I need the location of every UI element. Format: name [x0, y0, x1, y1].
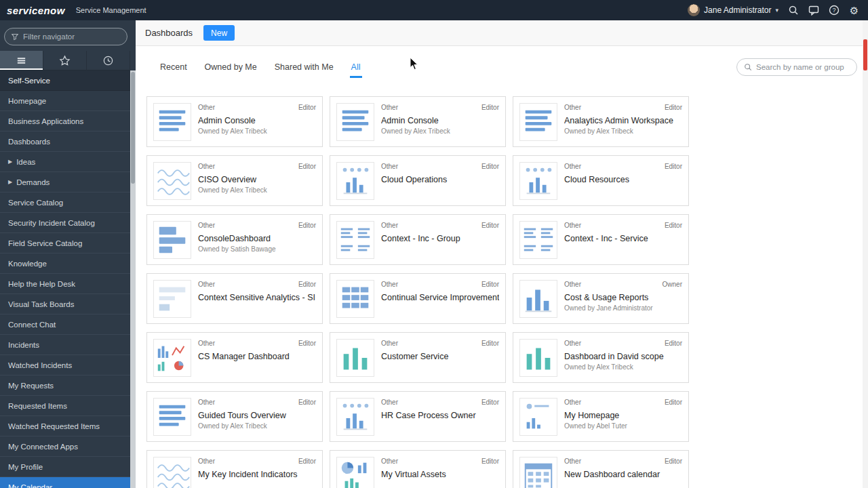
- sidebar-item-label: Homepage: [8, 97, 46, 105]
- sidebar-item-help-the-help-desk[interactable]: Help the Help Desk: [0, 274, 130, 294]
- sidebar-item-visual-task-boards[interactable]: Visual Task Boards: [0, 294, 130, 314]
- dashboard-search[interactable]: [736, 58, 857, 76]
- card-body: OtherEditorAnalaytics Admin WorkspaceOwn…: [564, 103, 682, 140]
- sidebar-item-label: Knowledge: [8, 260, 47, 268]
- tab-all[interactable]: All: [350, 56, 362, 78]
- card-title: Cost & Usage Reports: [564, 293, 682, 302]
- chat-icon[interactable]: [808, 5, 819, 16]
- dashboard-tabs: RecentOwned by MeShared with MeAll: [159, 56, 362, 78]
- dashboard-card-hr-case-process-owner[interactable]: OtherEditorHR Case Process Owner: [330, 391, 506, 442]
- dashboard-card-ciso-overview[interactable]: OtherEditorCISO OverviewOwned by Alex Tr…: [146, 155, 323, 206]
- dashboard-card-continual-service-improvement[interactable]: OtherEditorContinual Service Improvement: [330, 273, 506, 324]
- sidebar-item-ideas[interactable]: ▶Ideas: [0, 152, 130, 172]
- card-body: OtherEditorAdmin ConsoleOwned by Alex Tr…: [381, 103, 499, 140]
- sidebar-item-watched-incidents[interactable]: Watched Incidents: [0, 355, 130, 375]
- sidebar-menu: HomepageBusiness ApplicationsDashboards▶…: [0, 91, 130, 488]
- dashboard-card-context-sensitive-analytics-si[interactable]: OtherEditorContext Sensitive Analytics -…: [146, 273, 323, 324]
- dashboard-card-cs-manager-dashboard[interactable]: OtherEditorCS Manager Dashboard: [146, 332, 323, 383]
- gear-icon[interactable]: ⚙: [848, 5, 860, 16]
- stripes-thumbnail-icon: [153, 398, 191, 436]
- tab-recent[interactable]: Recent: [159, 56, 189, 78]
- main-scrollbar[interactable]: [863, 20, 868, 488]
- sidebar-item-label: Security Incident Catalog: [8, 219, 95, 227]
- card-body: OtherEditorCloud Resources: [564, 162, 682, 199]
- card-category: Other: [198, 281, 215, 288]
- sidebar-item-incidents[interactable]: Incidents: [0, 335, 130, 355]
- card-body: OtherEditorMy HomepageOwned by Abel Tute…: [564, 398, 682, 435]
- tab-favorites[interactable]: [43, 51, 87, 70]
- dashboard-card-admin-console[interactable]: OtherEditorAdmin ConsoleOwned by Alex Tr…: [146, 96, 323, 147]
- dashboard-card-context-inc-group[interactable]: OtherEditorContext - Inc - Group: [330, 214, 506, 265]
- sidebar-item-my-profile[interactable]: My Profile: [0, 457, 130, 477]
- card-category: Other: [564, 399, 581, 406]
- search-icon[interactable]: [787, 5, 799, 16]
- dashboard-card-context-inc-service[interactable]: OtherEditorContext - Inc - Service: [513, 214, 689, 265]
- main-content: Dashboards New RecentOwned by MeShared w…: [136, 20, 868, 488]
- sidebar-item-field-service-catalog[interactable]: Field Service Catalog: [0, 233, 130, 253]
- card-title: CISO Overview: [198, 175, 316, 184]
- card-body: OtherEditorCustomer Service: [381, 339, 499, 376]
- dashboard-card-consoledashboard[interactable]: OtherEditorConsoleDashboardOwned by Sati…: [146, 214, 323, 265]
- sidebar-item-connect-chat[interactable]: Connect Chat: [0, 314, 130, 335]
- card-body: OtherEditorDashboard in David scopeOwned…: [564, 339, 682, 376]
- sidebar-item-my-connected-apps[interactable]: My Connected Apps: [0, 436, 130, 457]
- bars-thumbnail-icon: [519, 280, 557, 318]
- screen: servicenow Service Management Jane Admin…: [0, 0, 868, 488]
- card-category: Other: [381, 340, 398, 347]
- card-body: OtherEditorNew Dashboard calendar: [564, 457, 682, 488]
- dashboard-card-cloud-resources[interactable]: OtherEditorCloud Resources: [513, 155, 689, 206]
- dashboard-card-new-dashboard-calendar[interactable]: OtherEditorNew Dashboard calendar: [513, 450, 689, 488]
- new-dashboard-button[interactable]: New: [203, 25, 235, 41]
- sidebar-item-watched-requested-items[interactable]: Watched Requested Items: [0, 416, 130, 436]
- help-icon[interactable]: ?: [828, 5, 840, 16]
- dashboard-card-my-homepage[interactable]: OtherEditorMy HomepageOwned by Abel Tute…: [513, 391, 689, 442]
- dashboard-card-my-key-incident-indicators[interactable]: OtherEditorMy Key Incident Indicators: [146, 450, 323, 488]
- sidebar-scrollbar-thumb[interactable]: [131, 72, 135, 184]
- servicenow-logo[interactable]: servicenow: [7, 5, 65, 16]
- dashboard-search-input[interactable]: [756, 63, 850, 71]
- tab-owned-by-me[interactable]: Owned by Me: [203, 56, 258, 78]
- card-role: Editor: [665, 222, 682, 229]
- main-scrollbar-thumb[interactable]: [863, 39, 867, 70]
- sidebar-item-my-calendar[interactable]: My Calendar: [0, 477, 130, 488]
- dashboard-card-admin-console[interactable]: OtherEditorAdmin ConsoleOwned by Alex Tr…: [330, 96, 506, 147]
- dashboard-card-customer-service[interactable]: OtherEditorCustomer Service: [330, 332, 506, 383]
- sidebar-item-label: My Requests: [8, 382, 54, 390]
- sidebar-item-business-applications[interactable]: Business Applications: [0, 111, 130, 131]
- card-meta: OtherEditor: [381, 163, 499, 170]
- card-title: Cloud Operations: [381, 175, 499, 184]
- sidebar-item-requested-items[interactable]: Requested Items: [0, 396, 130, 416]
- card-owner: Owned by Abel Tuter: [564, 422, 682, 430]
- sidebar-item-label: Requested Items: [8, 402, 67, 410]
- card-title: Continual Service Improvement: [381, 293, 499, 302]
- sidebar-item-demands[interactable]: ▶Demands: [0, 172, 130, 192]
- sidebar-section-self-service[interactable]: Self-Service: [0, 70, 130, 91]
- filter-navigator-input[interactable]: [23, 33, 121, 41]
- sidebar-scrollbar[interactable]: [130, 70, 136, 488]
- tab-shared-with-me[interactable]: Shared with Me: [273, 56, 335, 78]
- sidebar-item-my-requests[interactable]: My Requests: [0, 375, 130, 396]
- dashboard-card-cost-usage-reports[interactable]: OtherOwnerCost & Usage ReportsOwned by J…: [513, 273, 689, 324]
- card-meta: OtherEditor: [564, 340, 682, 347]
- dashboard-card-my-virtual-assets[interactable]: OtherEditorMy Virtual Assets: [330, 450, 506, 488]
- sidebar-item-knowledge[interactable]: Knowledge: [0, 253, 130, 274]
- tab-history[interactable]: [87, 51, 130, 70]
- card-meta: OtherEditor: [198, 104, 316, 111]
- dashboard-card-cloud-operations[interactable]: OtherEditorCloud Operations: [330, 155, 506, 206]
- sidebar-item-label: My Profile: [8, 463, 43, 471]
- user-menu[interactable]: Jane Administrator ▾: [688, 4, 778, 16]
- waves-thumbnail-icon: [153, 457, 191, 488]
- card-title: Context - Inc - Service: [564, 234, 682, 243]
- dashboard-card-guided-tours-overview[interactable]: OtherEditorGuided Tours OverviewOwned by…: [146, 391, 323, 442]
- tab-all-applications[interactable]: [0, 51, 43, 70]
- sidebar-item-homepage[interactable]: Homepage: [0, 91, 130, 111]
- sidebar-item-security-incident-catalog[interactable]: Security Incident Catalog: [0, 213, 130, 233]
- dashboard-card-dashboard-in-david-scope[interactable]: OtherEditorDashboard in David scopeOwned…: [513, 332, 689, 383]
- card-role: Editor: [298, 458, 316, 465]
- sidebar-item-service-catalog[interactable]: Service Catalog: [0, 192, 130, 213]
- bars-teal-thumbnail-icon: [336, 339, 374, 377]
- page-title: Dashboards: [145, 28, 193, 38]
- two-lists-thumbnail-icon: [519, 221, 557, 259]
- dashboard-card-analaytics-admin-workspace[interactable]: OtherEditorAnalaytics Admin WorkspaceOwn…: [513, 96, 689, 147]
- sidebar-item-dashboards[interactable]: Dashboards: [0, 131, 130, 152]
